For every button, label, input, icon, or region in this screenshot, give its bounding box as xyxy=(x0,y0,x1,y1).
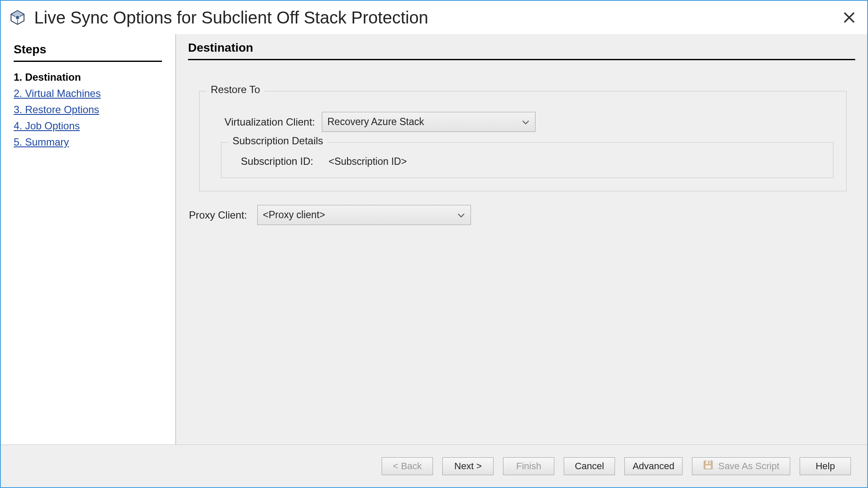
sidebar: Steps 1. Destination 2. Virtual Machines… xyxy=(1,34,175,444)
subscription-id-value: <Subscription ID> xyxy=(329,156,407,167)
svg-point-3 xyxy=(15,15,20,20)
save-as-script-button: Save As Script xyxy=(692,457,790,475)
save-as-script-label: Save As Script xyxy=(718,461,779,472)
step-virtual-machines[interactable]: 2. Virtual Machines xyxy=(14,88,162,99)
page-title: Destination xyxy=(188,41,855,60)
svg-rect-8 xyxy=(708,461,709,463)
step-list: 1. Destination 2. Virtual Machines 3. Re… xyxy=(14,71,162,148)
virtualization-client-row: Virtualization Client: Recovery Azure St… xyxy=(221,112,833,132)
virtualization-client-label: Virtualization Client: xyxy=(221,116,315,128)
step-summary[interactable]: 5. Summary xyxy=(14,136,162,148)
close-button[interactable] xyxy=(839,8,859,27)
app-icon xyxy=(9,9,26,26)
help-button[interactable]: Help xyxy=(800,457,851,475)
proxy-client-value: <Proxy client> xyxy=(263,209,325,221)
step-job-options[interactable]: 4. Job Options xyxy=(14,120,162,132)
main-panel: Destination Restore To Virtualization Cl… xyxy=(175,34,867,444)
proxy-client-select[interactable]: <Proxy client> xyxy=(257,205,471,225)
restore-to-legend: Restore To xyxy=(206,84,265,96)
subscription-id-label: Subscription ID: xyxy=(238,155,313,167)
proxy-client-row: Proxy Client: <Proxy client> xyxy=(188,205,855,225)
dialog-body: Steps 1. Destination 2. Virtual Machines… xyxy=(1,34,867,444)
subscription-details-legend: Subscription Details xyxy=(228,135,327,147)
footer: < Back Next > Finish Cancel Advanced Sav… xyxy=(1,444,867,487)
dialog-title: Live Sync Options for Subclient Off Stac… xyxy=(34,8,839,27)
step-restore-options[interactable]: 3. Restore Options xyxy=(14,104,162,116)
titlebar: Live Sync Options for Subclient Off Stac… xyxy=(1,1,867,34)
steps-header: Steps xyxy=(14,43,162,62)
subscription-details-group: Subscription Details Subscription ID: <S… xyxy=(221,142,833,178)
dialog-window: Live Sync Options for Subclient Off Stac… xyxy=(0,0,868,488)
subscription-id-row: Subscription ID: <Subscription ID> xyxy=(238,155,820,167)
virtualization-client-value: Recovery Azure Stack xyxy=(327,116,424,128)
save-icon xyxy=(703,459,714,473)
restore-to-group: Restore To Virtualization Client: Recove… xyxy=(199,91,847,191)
proxy-client-label: Proxy Client: xyxy=(189,209,257,221)
chevron-down-icon xyxy=(457,212,465,218)
chevron-down-icon xyxy=(521,119,530,125)
next-button[interactable]: Next > xyxy=(442,457,494,475)
back-button: < Back xyxy=(382,457,433,475)
svg-rect-9 xyxy=(706,465,711,469)
step-destination[interactable]: 1. Destination xyxy=(14,71,162,83)
cancel-button[interactable]: Cancel xyxy=(564,457,615,475)
advanced-button[interactable]: Advanced xyxy=(624,457,683,475)
virtualization-client-select[interactable]: Recovery Azure Stack xyxy=(322,112,536,132)
finish-button: Finish xyxy=(503,457,554,475)
